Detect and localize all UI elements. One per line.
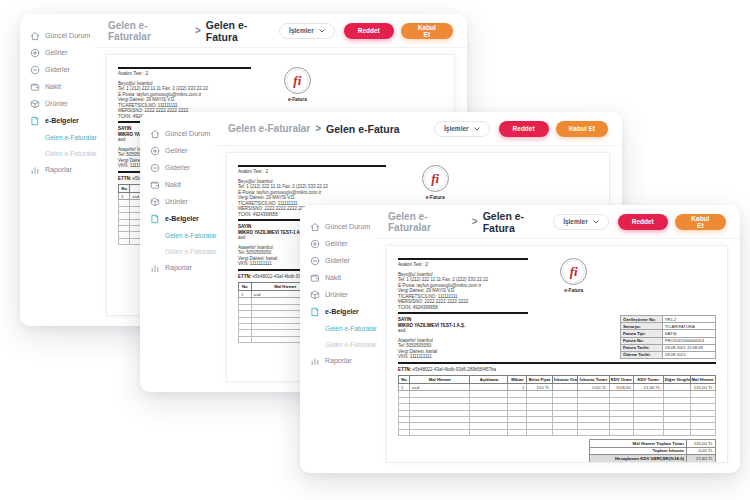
sidebar-item-guncel-durum[interactable]: Güncel Durum (30, 27, 94, 44)
efatura-logo: fi e-Fatura (284, 67, 311, 103)
invoice-ettn: ETTN: e5b48022-43af-4bdb-93d6-289b56f457… (398, 367, 716, 372)
islemler-label: İşlemler (289, 27, 314, 34)
sidebar-item-label: Gelen e-Faturalar (325, 325, 377, 332)
bar-chart-icon (310, 356, 320, 366)
islemler-dropdown-button[interactable]: İşlemler (279, 23, 335, 39)
sidebar-item-guncel-durum[interactable]: Güncel Durum (310, 218, 374, 235)
sidebar-item-label: Giderler (45, 66, 70, 73)
divider (398, 362, 716, 364)
sidebar-item-urunler[interactable]: Ürünler (150, 193, 214, 210)
sidebar-item-nakit[interactable]: Nakit (310, 269, 374, 286)
chevron-down-icon (319, 29, 325, 33)
sidebar-item-giderler[interactable]: Giderler (150, 159, 214, 176)
document-icon (150, 214, 160, 224)
islemler-dropdown-button[interactable]: İşlemler (553, 214, 609, 230)
breadcrumb-current: Gelen e-Fatura (483, 210, 553, 234)
sidebar-item-label: Nakit (325, 274, 341, 281)
sidebar-item-label: Nakit (165, 181, 181, 188)
sidebar-item-label: Güncel Durum (45, 32, 90, 39)
sidebar-item-label: Giden e-Faturalar (325, 341, 377, 348)
reddet-button[interactable]: Reddet (618, 214, 668, 230)
sidebar-item-giderler[interactable]: Giderler (310, 252, 374, 269)
breadcrumb-separator: > (315, 123, 321, 134)
sidebar-item-e-belgeler[interactable]: e-Belgeler (30, 112, 94, 129)
reddet-button[interactable]: Reddet (344, 23, 394, 39)
islemler-dropdown-button[interactable]: İşlemler (434, 121, 490, 137)
invoice-document: Avalon Test : 2 Beyoğlu/ İstanbul Tel: 1… (386, 245, 728, 463)
seller-title: Avalon Test : 2 (238, 169, 386, 175)
sidebar-item-gelen-e-faturalar[interactable]: Gelen e-Faturalar (30, 129, 94, 145)
sidebar-item-label: Gelen e-Faturalar (45, 134, 97, 141)
sidebar-item-label: Ürünler (45, 100, 68, 107)
sidebar-item-label: Giden e-Faturalar (45, 150, 97, 157)
kabul-et-button[interactable]: Kabul Et (675, 214, 726, 230)
breadcrumb-parent[interactable]: Gelen e-Faturalar (388, 211, 467, 233)
bar-chart-icon (30, 165, 40, 175)
efatura-logo-glyph: fi (431, 172, 439, 185)
reddet-button[interactable]: Reddet (499, 121, 549, 137)
chevron-down-icon (474, 127, 480, 131)
breadcrumb-separator: > (472, 216, 478, 227)
sidebar-item-gelirler[interactable]: Gelirler (310, 235, 374, 252)
sidebar-item-giden-e-faturalar[interactable]: Giden e-Faturalar (310, 336, 374, 352)
page-header: Gelen e-Faturalar > Gelen e-Fatura İşlem… (94, 14, 467, 48)
sidebar-item-label: Raporlar (325, 357, 352, 364)
sidebar-item-label: Giden e-Faturalar (165, 248, 217, 255)
invoice-summary-table: Mal Hizmet Toplam Tutarı120,00 TL Toplam… (589, 439, 716, 463)
sidebar-item-giden-e-faturalar[interactable]: Giden e-Faturalar (30, 145, 94, 161)
sidebar-item-nakit[interactable]: Nakit (30, 78, 94, 95)
divider (398, 312, 528, 314)
efatura-logo-caption: e-Fatura (422, 195, 449, 201)
breadcrumb-parent[interactable]: Gelen e-Faturalar (228, 123, 310, 134)
efatura-logo-caption: e-Fatura (284, 97, 311, 103)
sidebar-item-label: Gelirler (325, 240, 348, 247)
sidebar-item-nakit[interactable]: Nakit (150, 176, 214, 193)
document-icon (30, 116, 40, 126)
sidebar-item-guncel-durum[interactable]: Güncel Durum (150, 125, 214, 142)
sidebar-item-gelirler[interactable]: Gelirler (150, 142, 214, 159)
home-icon (310, 222, 320, 232)
islemler-label: İşlemler (563, 218, 588, 225)
sidebar-item-urunler[interactable]: Ürünler (310, 286, 374, 303)
sidebar-item-label: Gelirler (45, 49, 68, 56)
summary-row-highlighted: Hesaplanan KDV GERÇEK(%18,0)21,60 TL (589, 455, 715, 463)
sidebar-item-gelen-e-faturalar[interactable]: Gelen e-Faturalar (150, 227, 214, 243)
sidebar-item-e-belgeler[interactable]: e-Belgeler (150, 210, 214, 227)
seller-title: Avalon Test : 2 (398, 262, 528, 268)
circle-plus-icon (30, 48, 40, 58)
efatura-logo-circle: fi (560, 258, 587, 285)
bar-chart-icon (150, 263, 160, 273)
circle-minus-icon (30, 65, 40, 75)
efatura-logo-glyph: fi (293, 74, 301, 87)
document-icon (310, 307, 320, 317)
efatura-logo-caption: e-Fatura (560, 288, 587, 294)
sidebar-item-label: Ürünler (325, 291, 348, 298)
sidebar-item-label: e-Belgeler (165, 215, 199, 222)
sidebar-item-label: Ürünler (165, 198, 188, 205)
package-icon (150, 197, 160, 207)
page-header: Gelen e-Faturalar > Gelen e-Fatura İşlem… (374, 205, 740, 239)
sidebar-item-giderler[interactable]: Giderler (30, 61, 94, 78)
kabul-et-button[interactable]: Kabul Et (556, 121, 608, 137)
sidebar-item-urunler[interactable]: Ürünler (30, 95, 94, 112)
sidebar-item-e-belgeler[interactable]: e-Belgeler (310, 303, 374, 320)
sidebar-item-label: Nakit (45, 83, 61, 90)
main-panel: Gelen e-Faturalar > Gelen e-Fatura İşlem… (374, 205, 740, 473)
sidebar-item-gelen-e-faturalar[interactable]: Gelen e-Faturalar (310, 320, 374, 336)
breadcrumb-parent[interactable]: Gelen e-Faturalar (108, 20, 190, 42)
sidebar-item-gelirler[interactable]: Gelirler (30, 44, 94, 61)
efatura-logo-circle: fi (422, 165, 449, 192)
sidebar-item-label: Raporlar (45, 166, 72, 173)
sidebar-item-label: Gelen e-Faturalar (165, 232, 217, 239)
breadcrumb-current: Gelen e-Fatura (326, 123, 400, 135)
kabul-et-button[interactable]: Kabul Et (401, 23, 453, 39)
sidebar-item-raporlar[interactable]: Raporlar (310, 352, 374, 369)
sidebar-item-raporlar[interactable]: Raporlar (30, 161, 94, 178)
sidebar-item-raporlar[interactable]: Raporlar (150, 259, 214, 276)
sidebar-item-giden-e-faturalar[interactable]: Giden e-Faturalar (150, 243, 214, 259)
page-header: Gelen e-Faturalar > Gelen e-Fatura İşlem… (214, 112, 622, 146)
items-header-row: No Mal Hizmet Açıklama Miktar Birim Fiya… (399, 375, 716, 383)
efatura-logo-circle: fi (284, 67, 311, 94)
summary-row: Vergiler Dahil Toplam Tutar141,60 TL (589, 462, 715, 463)
window-front: Güncel Durum Gelirler Giderler Nakit Ürü… (300, 205, 740, 473)
